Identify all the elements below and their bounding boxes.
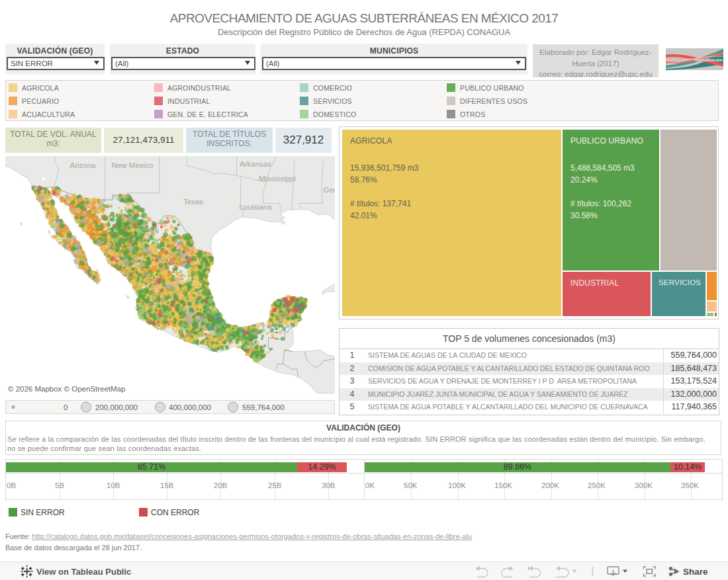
- svg-text:View on Tableau Public: View on Tableau Public: [36, 567, 131, 577]
- svg-text:Louisiana: Louisiana: [239, 203, 272, 211]
- svg-text:Arkansas: Arkansas: [240, 160, 271, 168]
- svg-text:© 2026 Mapbox © OpenStreetMap: © 2026 Mapbox © OpenStreetMap: [8, 385, 125, 393]
- svg-text:Arizona: Arizona: [70, 161, 97, 169]
- svg-text:Texas: Texas: [183, 198, 203, 206]
- svg-text:Share: Share: [683, 567, 708, 577]
- svg-text:400,000,000: 400,000,000: [169, 403, 211, 411]
- svg-text:Georgia: Georgia: [324, 186, 335, 194]
- svg-text:559,764,000: 559,764,000: [242, 403, 285, 411]
- svg-text:Mississippi: Mississippi: [259, 175, 296, 183]
- svg-text:New Mexico: New Mexico: [112, 161, 154, 169]
- svg-text:0: 0: [64, 403, 68, 411]
- svg-text:datatellers.mx: datatellers.mx: [695, 58, 722, 62]
- svg-text:200,000,000: 200,000,000: [95, 403, 138, 411]
